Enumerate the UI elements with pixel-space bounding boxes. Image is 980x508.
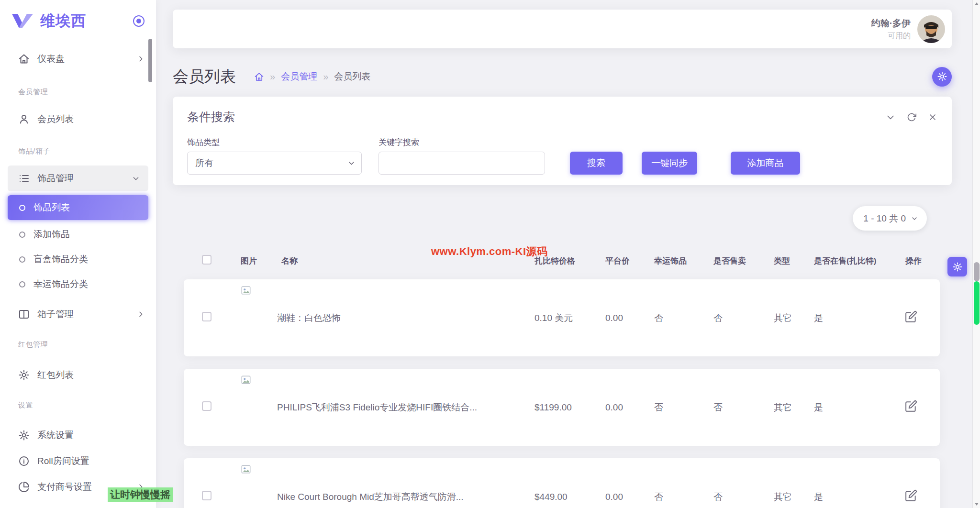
sidebar-item-roll-room-settings[interactable]: Roll房间设置	[0, 448, 156, 474]
sidebar-item-label: 会员列表	[37, 113, 74, 125]
cell-zabit-price: $1199.00	[533, 402, 604, 413]
gear-icon	[937, 71, 947, 82]
sidebar-section-accessory: 饰品/箱子	[0, 138, 156, 159]
bullet-icon	[19, 205, 25, 211]
scroll-up-arrow-icon[interactable]	[975, 2, 979, 5]
add-product-button[interactable]: 添加商品	[731, 152, 800, 175]
breadcrumb-link-member-mgmt[interactable]: 会员管理	[281, 70, 317, 83]
cell-name: Nike Court Borough Mid芝加哥高帮透气防滑...	[275, 491, 533, 503]
cell-lucky: 否	[653, 491, 712, 503]
bullet-icon	[19, 256, 25, 263]
chevron-down-icon	[347, 159, 356, 167]
col-image: 图片	[232, 255, 275, 266]
keyword-input[interactable]	[379, 152, 545, 175]
user-info: 约翰·多伊 可用的	[871, 17, 911, 41]
scroll-down-arrow-icon[interactable]	[975, 503, 979, 506]
edit-icon[interactable]	[905, 400, 917, 412]
keyword-field: 关键字搜索	[379, 137, 545, 175]
sidebar-item-label: 箱子管理	[37, 308, 74, 320]
pagination-select[interactable]: 1 - 10 共 0	[853, 206, 927, 231]
sidebar-scrollbar-thumb[interactable]	[148, 39, 152, 82]
edit-icon[interactable]	[905, 489, 917, 502]
brand-logo-icon	[11, 13, 33, 29]
collapse-chevron-icon[interactable]	[886, 112, 895, 122]
edit-icon[interactable]	[905, 310, 917, 323]
gear-icon	[18, 430, 30, 441]
chevron-right-icon	[137, 310, 145, 318]
sidebar-item-label: 幸运饰品分类	[33, 278, 88, 290]
gear-icon	[18, 369, 30, 381]
sidebar-header: 维埃西	[0, 0, 156, 42]
refresh-icon[interactable]	[907, 112, 916, 122]
box-icon	[18, 309, 30, 320]
sidebar-section-member: 会员管理	[0, 78, 156, 99]
sidebar-item-blindbox-category[interactable]: 盲盒饰品分类	[8, 247, 148, 272]
sidebar-item-label: 支付商号设置	[37, 481, 92, 493]
accessory-type-select[interactable]: 所有	[187, 152, 362, 175]
table-row: Nike Court Borough Mid芝加哥高帮透气防滑... $449.…	[184, 458, 940, 508]
breadcrumb-current: 会员列表	[334, 70, 370, 83]
row-checkbox[interactable]	[202, 401, 212, 411]
cell-platform-price: 0.00	[604, 492, 653, 502]
home-icon[interactable]	[254, 72, 264, 82]
table-body: 潮鞋：白色恐怖 0.10 美元 0.00 否 否 其它 是 PHILIPS飞利浦…	[156, 279, 972, 508]
center-watermark: www.Klym.com-KI源码	[431, 244, 548, 259]
sync-button[interactable]: 一键同步	[642, 152, 697, 175]
home-icon	[18, 53, 30, 65]
broken-image-icon	[241, 375, 251, 385]
sidebar-item-accessory-list[interactable]: 饰品列表	[8, 195, 148, 220]
keyword-input-label: 关键字搜索	[379, 137, 545, 148]
sidebar-item-accessory-mgmt[interactable]: 饰品管理	[8, 166, 148, 191]
cell-zabit-price: 0.10 美元	[533, 312, 604, 324]
sidebar-item-redpacket-list[interactable]: 红包列表	[0, 362, 156, 388]
cell-sellable: 否	[712, 491, 772, 503]
row-checkbox[interactable]	[202, 491, 212, 500]
cell-zabit-price: $449.00	[533, 492, 604, 502]
user-icon	[18, 113, 30, 125]
close-icon[interactable]	[928, 112, 937, 122]
sidebar-item-system-settings[interactable]: 系统设置	[0, 422, 156, 448]
sidebar-item-label: 红包列表	[37, 369, 74, 381]
window-scrollbar[interactable]	[972, 0, 980, 508]
search-panel-title: 条件搜索	[187, 109, 235, 125]
sidebar-section-redpacket: 红包管理	[0, 331, 156, 352]
top-navbar: 约翰·多伊 可用的	[173, 10, 952, 48]
scrollbar-thumb[interactable]	[974, 262, 980, 281]
sidebar-section-settings: 设置	[0, 392, 156, 413]
col-platform-price: 平台价	[604, 255, 653, 266]
breadcrumb-row: 会员列表 » 会员管理 » 会员列表	[173, 66, 952, 87]
section-label: 会员管理	[18, 88, 48, 97]
col-sellable: 是否售卖	[712, 255, 772, 266]
page-settings-button[interactable]	[932, 67, 952, 87]
cell-on-sale: 是	[813, 401, 904, 414]
cell-lucky: 否	[653, 312, 712, 324]
search-button[interactable]: 搜索	[570, 152, 623, 175]
cell-type: 其它	[772, 491, 813, 503]
customizer-toggle-button[interactable]	[947, 257, 967, 276]
sidebar: 维埃西 仪表盘 会员管理 会员列表 饰品/箱子 饰品管理 饰品列表 添加饰品 盲…	[0, 0, 156, 508]
sidebar-item-label: Roll房间设置	[37, 455, 89, 467]
sidebar-item-label: 添加饰品	[33, 228, 70, 241]
menu-pin-toggle[interactable]	[133, 15, 145, 27]
col-type: 类型	[772, 255, 813, 266]
corner-watermark: 让时钟慢慢摇	[108, 487, 173, 502]
row-checkbox[interactable]	[202, 312, 212, 321]
sidebar-item-box-mgmt[interactable]: 箱子管理	[0, 301, 156, 327]
sidebar-item-add-accessory[interactable]: 添加饰品	[8, 222, 148, 247]
select-all-checkbox[interactable]	[202, 255, 212, 265]
pagination-label: 1 - 10 共 0	[863, 212, 906, 225]
pagination-row: 1 - 10 共 0	[156, 206, 927, 231]
user-status: 可用的	[871, 31, 911, 41]
col-actions: 操作	[904, 255, 940, 266]
pie-chart-icon	[18, 481, 30, 493]
page-title: 会员列表	[173, 66, 236, 88]
sidebar-item-member-list[interactable]: 会员列表	[0, 106, 156, 132]
user-avatar[interactable]	[917, 15, 945, 43]
bullet-icon	[19, 232, 25, 238]
sidebar-item-lucky-category[interactable]: 幸运饰品分类	[8, 272, 148, 297]
user-name: 约翰·多伊	[871, 17, 911, 30]
sidebar-item-dashboard[interactable]: 仪表盘	[0, 46, 156, 72]
main-content: 约翰·多伊 可用的 会员列表 » 会员管理 » 会员列表	[156, 0, 972, 508]
chevron-down-icon	[132, 175, 140, 182]
type-select-label: 饰品类型	[187, 137, 362, 148]
